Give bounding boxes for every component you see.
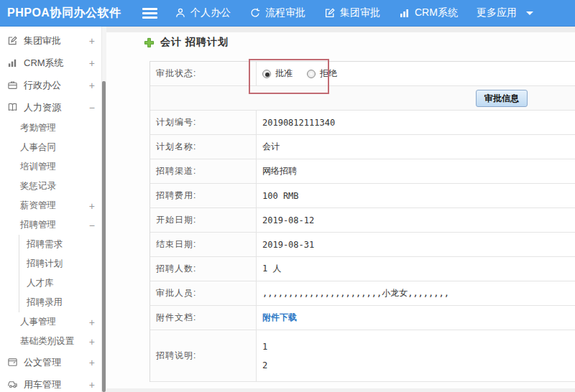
nav-item-label: 个人办公	[190, 6, 231, 19]
radio-option-reject[interactable]: 拒绝	[307, 67, 337, 80]
field-value: 100 RMB	[262, 191, 299, 201]
sidebar-item-label: 考勤管理	[20, 122, 56, 134]
form-row-submit: 审批信息	[150, 86, 575, 111]
form-row-plan-number: 计划编号:20190812111340	[150, 111, 575, 135]
expand-toggle-icon[interactable]: −	[89, 102, 95, 113]
approval-status-radio-group: 批准拒绝	[262, 67, 337, 80]
field-label: 招聘说明:	[150, 330, 257, 381]
form-row-plan-name: 计划名称:会计	[150, 135, 575, 159]
expand-toggle-icon[interactable]: +	[89, 200, 95, 212]
sidebar-item-admin-office[interactable]: 行政办公+	[0, 74, 106, 96]
expand-toggle-icon[interactable]: +	[89, 379, 95, 391]
app-logo: PHPOA协同办公软件	[0, 6, 109, 21]
nav-item-workflow-approval[interactable]: 流程审批	[249, 6, 305, 19]
radio-selected-icon[interactable]	[262, 70, 271, 78]
form-row-channel: 招聘渠道:网络招聘	[150, 159, 575, 184]
field-label: 结束日期:	[150, 233, 257, 256]
attachment-download-link[interactable]: 附件下载	[262, 312, 297, 324]
content-top-strip	[106, 27, 575, 32]
sidebar-item-label: 人才库	[27, 277, 54, 289]
sidebar-item-label: 行政办公	[24, 79, 61, 92]
radio-unselected-icon[interactable]	[307, 70, 316, 78]
field-label: 招聘人数:	[150, 257, 257, 281]
sidebar-item-training-mgmt[interactable]: 培训管理	[0, 157, 106, 177]
field-label: 审批人员:	[150, 281, 257, 305]
radio-label: 拒绝	[320, 67, 337, 80]
field-value: 20190812111340	[262, 118, 335, 128]
field-label: 附件文档:	[150, 306, 257, 330]
sidebar-item-document-mgmt[interactable]: 公文管理+	[0, 351, 106, 373]
sidebar-item-recruit-plan[interactable]: 招聘计划	[19, 254, 106, 274]
approval-info-button[interactable]: 审批信息	[476, 90, 528, 107]
sidebar-item-reward-punish[interactable]: 奖惩记录	[0, 177, 106, 196]
sidebar-item-label: 公文管理	[24, 356, 61, 369]
nav-item-label: 流程审批	[265, 6, 305, 19]
sidebar-item-label: 招聘录用	[27, 297, 63, 309]
expand-toggle-icon[interactable]: +	[89, 336, 95, 347]
sidebar-item-label: CRM系统	[24, 57, 64, 70]
add-icon	[144, 37, 155, 48]
content-bottom-strip	[106, 388, 575, 392]
top-navbar: PHPOA协同办公软件 个人办公流程审批集团审批CRM系统更多应用	[0, 0, 575, 27]
edit-icon	[7, 35, 18, 46]
nav-item-group-approval[interactable]: 集团审批	[324, 6, 380, 19]
sidebar-item-label: 用车管理	[24, 378, 61, 391]
sidebar-item-label: 薪资管理	[20, 200, 56, 212]
car-icon	[7, 379, 18, 390]
sidebar-item-recruit-hire[interactable]: 招聘录用	[19, 293, 106, 312]
expand-toggle-icon[interactable]: +	[89, 57, 95, 69]
field-label: 开始日期:	[150, 208, 257, 232]
briefcase-icon	[7, 80, 18, 90]
expand-toggle-icon[interactable]: +	[89, 80, 95, 91]
sidebar-item-salary-mgmt[interactable]: 薪资管理+	[0, 196, 106, 215]
form-row-cost: 招聘费用:100 RMB	[150, 184, 575, 208]
nav-item-label: 更多应用	[477, 6, 517, 19]
field-label: 招聘渠道:	[150, 159, 257, 183]
expand-toggle-icon[interactable]: +	[89, 317, 95, 328]
nav-item-crm-system[interactable]: CRM系统	[399, 6, 458, 19]
sidebar-item-recruit-demand[interactable]: 招聘需求	[19, 235, 106, 254]
sidebar-item-label: 招聘管理	[20, 219, 56, 231]
chart-icon	[7, 57, 18, 68]
sidebar-item-base-category[interactable]: 基础类别设置+	[0, 332, 106, 351]
page-title: 会计 招聘计划	[160, 36, 229, 49]
field-value: 2019-08-12	[262, 215, 314, 225]
sidebar-item-group-approval[interactable]: 集团审批+	[0, 29, 106, 52]
sidebar-item-label: 培训管理	[20, 161, 56, 173]
sidebar-item-label: 人事合同	[20, 141, 56, 154]
sidebar-scrollbar-thumb[interactable]	[102, 81, 106, 392]
field-value: 2019-08-31	[262, 240, 314, 250]
nav-item-personal-office[interactable]: 个人办公	[175, 6, 231, 19]
radio-label: 批准	[275, 67, 293, 80]
book-icon	[7, 102, 18, 113]
form-row-end-date: 结束日期:2019-08-31	[150, 233, 575, 257]
sidebar-item-label: 招聘需求	[27, 238, 63, 251]
radio-option-approve[interactable]: 批准	[262, 67, 293, 80]
form-row-start-date: 开始日期:2019-08-12	[150, 208, 575, 233]
expand-toggle-icon[interactable]: −	[89, 220, 95, 231]
sidebar-item-attendance-mgmt[interactable]: 考勤管理	[0, 118, 106, 138]
user-icon	[175, 7, 186, 19]
field-value: 会计	[262, 141, 280, 153]
caret-down-icon	[526, 11, 533, 15]
sidebar-item-vehicle-mgmt[interactable]: 用车管理+	[0, 373, 106, 392]
sidebar-item-hr-contract[interactable]: 人事合同	[0, 138, 106, 157]
nav-item-more-apps[interactable]: 更多应用	[477, 6, 533, 19]
top-nav-menu: 个人办公流程审批集团审批CRM系统更多应用	[175, 6, 533, 19]
process-icon	[249, 7, 261, 19]
field-label: 计划编号:	[150, 111, 257, 134]
field-value: ,,,,,,,,,,,,,,,,,,,,,,,小龙女,,,,,,,,	[262, 287, 449, 299]
main-content: 会计 招聘计划 审批状态: 批准拒绝 审批信息 计划编号:20190812111…	[106, 27, 575, 392]
sidebar-item-crm-system[interactable]: CRM系统+	[0, 52, 106, 74]
chart-icon	[399, 7, 410, 19]
expand-toggle-icon[interactable]: +	[89, 35, 95, 47]
sidebar-item-personnel-mgmt[interactable]: 人事管理+	[0, 312, 106, 332]
menu-toggle-icon[interactable]	[142, 8, 157, 19]
form-row-attachment: 附件文档:附件下载	[150, 306, 575, 330]
sidebar-item-recruit-mgmt[interactable]: 招聘管理−	[0, 215, 106, 235]
expand-toggle-icon[interactable]: +	[89, 357, 95, 368]
field-value: 网络招聘	[262, 165, 297, 177]
doc-icon	[7, 357, 18, 368]
sidebar-item-human-resources[interactable]: 人力资源−	[0, 96, 106, 118]
sidebar-item-talent-pool[interactable]: 人才库	[19, 274, 106, 293]
